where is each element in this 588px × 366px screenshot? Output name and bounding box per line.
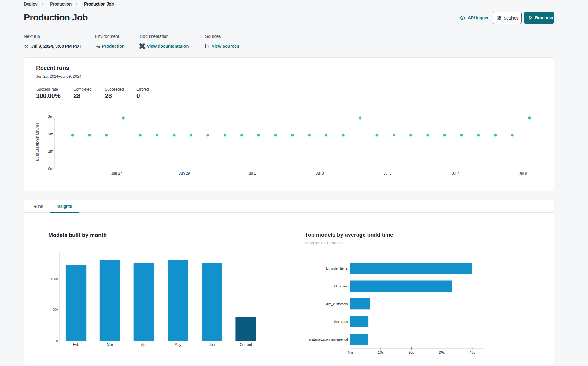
svg-text:materialization_incremental: materialization_incremental [309, 338, 348, 341]
svg-text:0: 0 [56, 339, 58, 343]
svg-text:Current: Current [240, 342, 252, 347]
svg-text:Mar: Mar [107, 342, 113, 347]
svg-text:Build Duration in Minutes: Build Duration in Minutes [35, 123, 39, 161]
svg-text:fct_order_items: fct_order_items [326, 267, 348, 270]
svg-text:500: 500 [52, 308, 58, 311]
svg-text:30s: 30s [439, 350, 445, 355]
svg-text:0m: 0m [48, 167, 53, 171]
svg-text:dim_parts: dim_parts [334, 320, 348, 323]
svg-text:Jul 3: Jul 3 [316, 171, 324, 176]
svg-text:Jul 7: Jul 7 [451, 171, 459, 176]
svg-text:1000: 1000 [50, 277, 58, 281]
svg-text:40s: 40s [469, 350, 475, 355]
svg-text:10s: 10s [378, 350, 384, 355]
svg-text:fct_orders: fct_orders [334, 284, 348, 288]
svg-text:Jun: Jun [209, 342, 215, 347]
svg-text:Jun 29: Jun 29 [179, 171, 190, 176]
svg-text:Jun 27: Jun 27 [111, 171, 122, 176]
svg-text:1m: 1m [48, 149, 53, 153]
svg-text:Jul 1: Jul 1 [248, 171, 256, 176]
svg-text:20s: 20s [408, 350, 414, 355]
svg-text:2m: 2m [48, 132, 53, 136]
svg-text:dim_customers: dim_customers [326, 302, 348, 306]
svg-text:Jul 5: Jul 5 [384, 171, 392, 176]
svg-text:Feb: Feb [73, 342, 79, 347]
svg-text:May: May [174, 342, 181, 347]
svg-text:3m: 3m [48, 115, 53, 119]
svg-text:Apr: Apr [141, 342, 147, 347]
svg-text:Jul 9: Jul 9 [519, 171, 527, 176]
svg-text:0m: 0m [348, 350, 353, 355]
